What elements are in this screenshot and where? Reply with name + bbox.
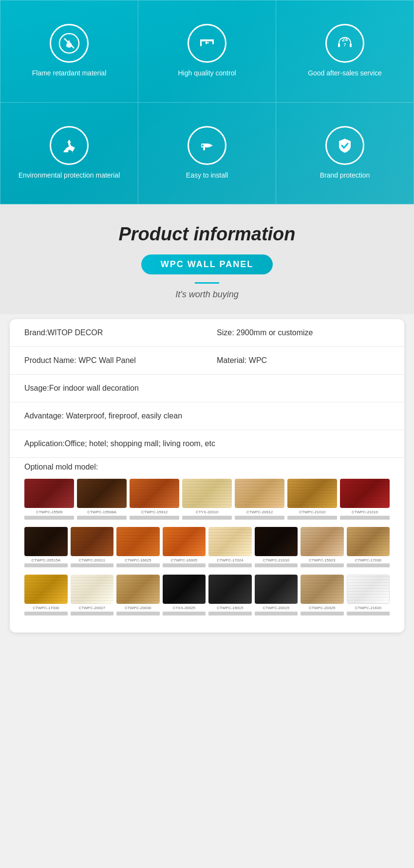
detail-row-brand: Brand:WITOP DECOR Size: 2900mm or custom… <box>10 319 404 347</box>
mold-profile <box>24 563 68 567</box>
mold-row-3: CTWPC-17030 CTWPC-20027 CTWPC-20030 CTXX… <box>24 575 390 615</box>
svg-marker-12 <box>209 144 213 147</box>
mold-item: CTWPC-17030 <box>24 575 68 615</box>
mold-image <box>301 575 344 604</box>
mold-image <box>208 527 252 556</box>
mold-code: CTWPC-20027 <box>79 606 105 611</box>
mold-profile <box>235 516 284 520</box>
mold-image <box>24 575 68 604</box>
mold-item: CTYX-22010 <box>182 479 232 520</box>
mold-profile <box>71 612 114 615</box>
mold-code: CTWPC-19015 <box>217 606 243 611</box>
material-field: Material: WPC <box>217 355 390 366</box>
mold-image <box>24 527 68 556</box>
mold-code: CTWPC-20515A <box>31 558 60 563</box>
mold-code: CTWPC-20030 <box>125 606 151 611</box>
product-name-field: Product Name: WPC Wall Panel <box>24 355 197 366</box>
mold-profile <box>182 516 232 520</box>
mold-profile <box>287 516 337 520</box>
environmental-label: Environmental protection material <box>19 171 120 181</box>
mold-profile <box>130 516 179 520</box>
svg-point-14 <box>202 145 204 146</box>
mold-image <box>287 479 337 508</box>
detail-row-usage: Usage:For indoor wall decoration <box>10 375 404 402</box>
details-card: Brand:WITOP DECOR Size: 2900mm or custom… <box>10 319 404 633</box>
mold-item: CTWPC-15508A <box>77 479 127 520</box>
mold-item: CTXX-20025 <box>163 575 206 615</box>
headset-icon: 24 7 <box>325 24 364 63</box>
mold-code: CTWPC-17030 <box>33 606 59 611</box>
mold-image <box>24 479 74 508</box>
feature-environmental: Environmental protection material <box>0 103 138 205</box>
mold-item: CTWPC-20515A <box>24 527 68 568</box>
mold-title: Optional mold model: <box>24 463 390 471</box>
brand-field: Brand:WITOP DECOR <box>24 327 197 339</box>
mold-code: CTWPC-21620 <box>355 606 381 611</box>
caliper-icon <box>188 24 226 63</box>
mold-item: CTWPC-20027 <box>71 575 114 615</box>
product-underline <box>195 282 219 284</box>
mold-code: CTWPC-17030 <box>355 558 381 563</box>
mold-profile <box>255 612 298 615</box>
svg-rect-10 <box>350 43 352 47</box>
detail-row-product-name: Product Name: WPC Wall Panel Material: W… <box>10 347 404 375</box>
mold-item: CTWPC-21010 <box>340 479 390 520</box>
mold-image <box>71 575 114 604</box>
product-badge: WPC WALL PANEL <box>141 254 273 274</box>
mold-image <box>301 527 344 556</box>
svg-rect-2 <box>200 39 214 41</box>
recycle-icon <box>50 126 89 165</box>
mold-code: CTWPC-15509 <box>36 510 62 515</box>
mold-item: CTWPC-15912 <box>130 479 179 520</box>
mold-item: CTWPC-21010 <box>255 527 298 568</box>
mold-image <box>347 575 390 604</box>
mold-profile <box>163 612 206 615</box>
mold-item: CTWPC-20015 <box>255 575 298 615</box>
svg-rect-4 <box>212 39 214 44</box>
mold-profile <box>77 516 127 520</box>
mold-image <box>163 575 206 604</box>
mold-profile <box>255 563 298 567</box>
mold-image <box>255 575 298 604</box>
mold-row-1: CTWPC-15509 CTWPC-15508A CTWPC-15912 CTY… <box>24 479 390 520</box>
mold-profile <box>347 563 390 567</box>
svg-text:7: 7 <box>343 42 346 47</box>
mold-item: CTWPC-20030 <box>116 575 160 615</box>
detail-row-application: Application:Office; hotel; shopping mall… <box>10 430 404 458</box>
mold-item: CTWPC-19015 <box>208 575 252 615</box>
feature-flame-retardant: Flame retardant material <box>0 0 138 103</box>
brand-protection-label: Brand protection <box>320 171 370 181</box>
mold-code: CTWPC-21010 <box>352 510 378 515</box>
feature-easy-install: Easy to install <box>138 103 276 205</box>
mold-profile <box>208 563 252 567</box>
mold-image <box>182 479 232 508</box>
mold-profile <box>340 516 390 520</box>
mold-image <box>340 479 390 508</box>
mold-image <box>71 527 114 556</box>
mold-profile <box>24 612 68 615</box>
feature-after-sales: 24 7 Good after-sales service <box>276 0 414 103</box>
mold-code: CTWPC-15923 <box>309 558 335 563</box>
mold-image <box>208 575 252 604</box>
mold-image <box>116 575 160 604</box>
mold-item: CTWPC-21620 <box>347 575 390 615</box>
features-grid: Flame retardant material High quality co… <box>0 0 414 204</box>
mold-item: CTWPC-20311 <box>71 527 114 568</box>
easy-install-label: Easy to install <box>186 171 228 181</box>
mold-item: CTWPC-15509 <box>24 479 74 520</box>
mold-image <box>130 479 179 508</box>
high-quality-label: High quality control <box>178 69 236 78</box>
flame-retardant-icon <box>50 24 89 63</box>
hero-section: Flame retardant material High quality co… <box>0 0 414 204</box>
mold-code: CTYX-22010 <box>196 510 218 515</box>
mold-code: CTWPC-15912 <box>141 510 168 515</box>
mold-section: Optional mold model: CTWPC-15509 CTWPC-1… <box>10 458 404 633</box>
mold-item: CTWPC-21010 <box>287 479 337 520</box>
mold-code: CTWPC-21010 <box>263 558 289 563</box>
product-info-title: Product information <box>10 224 404 245</box>
mold-code: CTWPC-20311 <box>79 558 105 563</box>
mold-profile <box>24 516 74 520</box>
mold-profile <box>116 563 160 567</box>
mold-item: CTWPC-20325 <box>301 575 344 615</box>
detail-row-advantage: Advantage: Waterproof, fireproof, easily… <box>10 402 404 430</box>
